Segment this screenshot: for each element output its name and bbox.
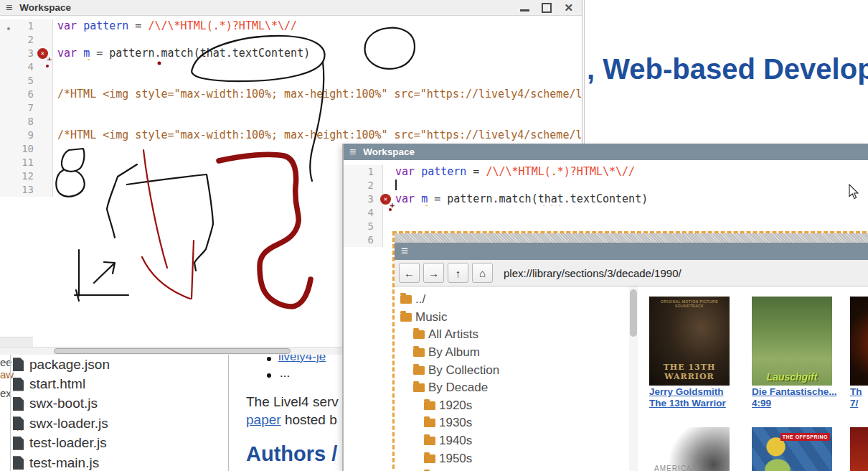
folder-item[interactable]: 1940s [395,432,629,450]
url-field[interactable]: plex://library/sections/3/decade/1990/ [504,267,867,279]
album-cover[interactable]: AMERICAN HISTORY X [649,427,730,471]
code-line[interactable]: 1var pattern = /\/\*HTML(.*)?HTML\*\// [344,165,868,179]
maximize-icon[interactable] [542,3,552,13]
album-card: ORIGINAL MOTION PICTURE SOUNDTRACKTHE 13… [649,297,732,409]
folder-item[interactable]: By Collection [395,361,629,379]
album-cover[interactable]: ORIGINAL MOTION PICTURE SOUNDTRACKTHE 13… [649,297,730,386]
album-artist-link[interactable]: Jerry Goldsmith [649,386,732,397]
paragraph-line: The Livel4 serv [246,394,339,410]
album-card [850,427,868,471]
album-artist-link[interactable]: Die Fantastische... [752,386,835,397]
file-item[interactable]: test-main.js [13,453,221,471]
code-line[interactable]: 1var pattern = /\/\*HTML(.*)?HTML\*\// [0,19,582,33]
album-cover[interactable]: Lauschgift [752,297,832,386]
code-text[interactable] [383,179,868,192]
code-line[interactable]: 9/*HTML <img style="max-width:100%; max-… [0,129,582,142]
cover-caption: ORIGINAL MOTION PICTURE SOUNDTRACK [649,299,730,308]
minimize-icon[interactable] [520,9,529,11]
code-text[interactable] [53,33,582,47]
folder-icon [413,366,425,375]
code-line[interactable]: 3✕+var m = pattern.match(that.textConten… [344,192,868,206]
file-name: package.json [29,357,110,373]
back-button[interactable]: ← [399,263,420,283]
album-artist-link[interactable]: Th [850,386,868,397]
folder-item[interactable]: All Artists [395,326,629,344]
code-text[interactable]: var m = pattern.match(that.textContent) [53,47,582,60]
error-badge-icon[interactable]: ✕+ [380,194,391,205]
album-card: THE OFFSPRING [752,427,835,471]
scrollbar-thumb[interactable] [630,289,637,337]
menu-icon[interactable]: ≡ [349,146,356,158]
code-line[interactable]: 4 [0,60,582,74]
mouse-cursor [849,184,860,200]
file-item[interactable]: package.json [13,355,221,374]
file-item[interactable]: swx-boot.js [13,394,221,414]
code-text[interactable]: /*HTML <img style="max-width:100%; max-h… [53,129,582,142]
code-text[interactable] [53,60,582,74]
up-button[interactable]: ↑ [448,263,468,283]
code-text[interactable] [383,206,868,220]
folder-item[interactable]: Music [395,309,629,327]
error-plus-glyph: + [390,201,395,209]
line-number: 6 [0,88,53,101]
file-item[interactable]: swx-loader.js [13,414,221,433]
line-number: 4 [0,60,53,74]
forward-button[interactable]: → [423,263,444,283]
folder-item[interactable]: ../ [395,291,629,309]
file-item[interactable]: start.html [13,374,221,393]
folder-item[interactable]: By Album [395,344,629,362]
album-cover[interactable]: THE OFFSPRING [752,427,832,471]
menu-icon[interactable]: ≡ [6,2,12,14]
folder-tree: ../MusicAll ArtistsBy AlbumBy Collection… [395,286,629,471]
folder-item[interactable]: 1920s [395,397,629,415]
line-number: 1 [344,165,383,179]
file-item[interactable]: test-loader.js [13,434,221,453]
folder-icon [413,383,425,392]
file-list: package.jsonstart.htmlswx-boot.jsswx-loa… [13,355,221,471]
home-button[interactable]: ⌂ [472,263,493,283]
document-icon [13,397,24,411]
code-line[interactable]: 2 [344,179,868,192]
code-line[interactable]: 6/*HTML <img style="max-width:100%; max-… [0,88,582,101]
scrollbar-thumb[interactable] [54,348,291,354]
window-titlebar[interactable]: ≡ Workspace [344,144,868,160]
file-name: swx-loader.js [29,416,108,432]
vertical-scrollbar[interactable] [629,286,638,471]
code-text[interactable] [53,101,582,115]
line-number: 12 [0,169,53,183]
close-icon[interactable]: ✕ [564,2,573,13]
folder-item[interactable]: 1930s [395,414,629,432]
code-line[interactable]: 5 [0,74,582,88]
code-line[interactable]: 8 [0,115,582,129]
error-badge-icon[interactable]: ✕+ [37,48,48,59]
album-title-link[interactable]: 4:99 [752,398,835,409]
album-title-link[interactable]: The 13th Warrior [649,398,732,409]
folder-item[interactable]: By Decade [395,379,629,397]
code-line[interactable]: 2 [0,33,582,47]
code-line[interactable]: 7 [0,101,582,115]
window-titlebar[interactable]: ≡ Workspace ✕ [0,0,582,16]
line-number: 8 [0,115,53,129]
authors-heading: Authors / [246,442,337,466]
album-cover[interactable] [850,297,868,386]
code-line[interactable]: 3✕+var m = pattern.match(that.textConten… [0,47,582,60]
code-text[interactable] [53,74,582,88]
album-cover[interactable] [850,427,868,471]
paper-link[interactable]: paper [246,412,281,427]
folder-item[interactable]: 1950s [395,449,629,467]
text-cursor [395,179,397,190]
text-fragment: aw [0,368,14,381]
code-text[interactable]: /*HTML <img style="max-width:100%; max-h… [53,88,582,101]
code-text[interactable]: var pattern = /\/\*HTML(.*)?HTML\*\// [383,165,868,179]
album-title-link[interactable]: 7/ [850,398,868,409]
folder-item[interactable]: 1960s [395,467,629,471]
browser-titlebar[interactable]: ≡ [395,243,868,260]
code-text[interactable]: var m = pattern.match(that.textContent) [383,192,868,206]
line-number: 5 [344,220,383,233]
code-text[interactable]: var pattern = /\/\*HTML(.*)?HTML\*\// [53,19,582,33]
folder-icon [424,454,435,463]
code-line[interactable]: 4 [344,206,868,220]
menu-icon[interactable]: ≡ [401,244,408,258]
line-number: 2 [0,33,53,47]
code-text[interactable] [53,115,582,129]
